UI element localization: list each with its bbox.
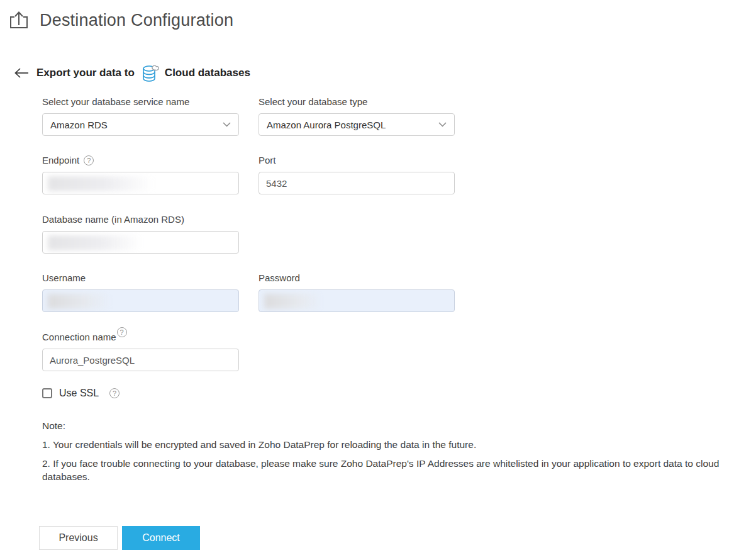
help-icon[interactable]: ? [84, 155, 94, 165]
connect-button[interactable]: Connect [122, 526, 200, 550]
previous-button[interactable]: Previous [39, 526, 118, 550]
service-name-label: Select your database service name [42, 96, 239, 108]
connection-name-label: Connection name ? [42, 332, 239, 343]
page-title: Destination Configuration [40, 11, 233, 30]
chevron-down-icon [223, 122, 231, 127]
connection-form: Select your database service name Amazon… [42, 96, 455, 399]
redacted-value [264, 294, 322, 309]
chevron-down-icon [438, 122, 447, 127]
service-name-value: Amazon RDS [50, 120, 108, 130]
note-heading: Note: [42, 420, 726, 432]
help-icon[interactable]: ? [109, 388, 120, 398]
connection-name-input[interactable] [42, 349, 239, 371]
port-label: Port [259, 155, 455, 166]
redacted-value [48, 235, 142, 250]
help-icon[interactable]: ? [117, 327, 127, 337]
destination-configuration-page: Destination Configuration Export your da… [0, 0, 729, 560]
username-label: Username [42, 272, 239, 284]
db-type-label: Select your database type [259, 96, 455, 108]
arrow-left-icon [14, 67, 29, 79]
database-name-input[interactable] [42, 231, 239, 254]
back-button[interactable] [14, 65, 30, 81]
endpoint-label: Endpoint ? [42, 155, 239, 166]
endpoint-input[interactable] [42, 172, 239, 194]
password-input[interactable] [259, 289, 455, 312]
subheader-text: Export your data to [36, 67, 135, 79]
note-line-1: 1. Your credentials will be encrypted an… [42, 438, 726, 451]
password-label: Password [259, 272, 455, 284]
username-input[interactable] [42, 289, 239, 312]
action-buttons: Previous Connect [39, 526, 200, 550]
redacted-value [48, 176, 153, 191]
page-header: Destination Configuration [8, 9, 233, 31]
port-input[interactable] [259, 172, 455, 194]
note-section: Note: 1. Your credentials will be encryp… [42, 420, 726, 483]
service-name-select[interactable]: Amazon RDS [42, 113, 239, 136]
export-icon [8, 9, 30, 31]
destination-name: Cloud databases [165, 67, 250, 79]
cloud-database-icon [142, 63, 160, 82]
use-ssl-checkbox[interactable] [42, 388, 52, 398]
use-ssl-label: Use SSL [59, 388, 99, 399]
db-type-select[interactable]: Amazon Aurora PostgreSQL [259, 113, 455, 136]
redacted-value [48, 294, 111, 309]
db-type-value: Amazon Aurora PostgreSQL [267, 120, 386, 130]
database-name-label: Database name (in Amazon RDS) [42, 214, 239, 225]
use-ssl-row: Use SSL ? [42, 388, 455, 399]
subheader: Export your data to Cloud databases [14, 63, 250, 82]
note-line-2: 2. If you face trouble connecting to you… [42, 457, 726, 483]
